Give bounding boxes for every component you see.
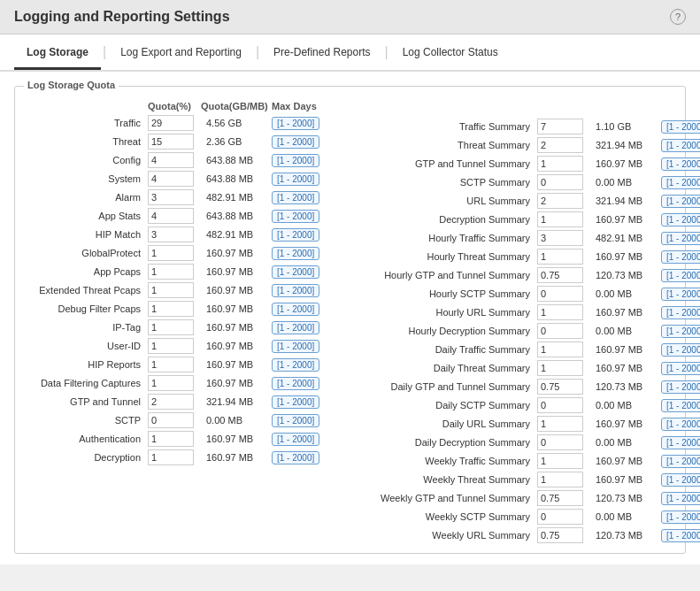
maxdays-button[interactable]: [1 - 2000] (661, 288, 700, 301)
maxdays-button[interactable]: [1 - 2000] (661, 510, 700, 524)
maxdays-button[interactable]: [1 - 2000] (661, 306, 700, 319)
help-icon[interactable]: ? (670, 9, 686, 25)
quota-input[interactable] (148, 394, 194, 410)
maxdays-button[interactable]: [1 - 2000] (661, 362, 700, 375)
maxdays-button[interactable]: [1 - 2000] (661, 455, 700, 468)
quota-input[interactable] (148, 189, 194, 205)
quota-input[interactable] (148, 412, 194, 428)
quota-input[interactable] (148, 301, 194, 317)
maxdays-button[interactable]: [1 - 2000] (272, 154, 319, 167)
quota-input[interactable] (537, 119, 583, 134)
maxdays-button[interactable]: [1 - 2000] (661, 195, 700, 208)
maxdays-button[interactable]: [1 - 2000] (272, 265, 319, 279)
quota-input[interactable] (537, 360, 583, 376)
quota-input[interactable] (537, 286, 583, 302)
quota-input[interactable] (537, 249, 583, 265)
quota-input[interactable] (148, 431, 194, 447)
quota-input[interactable] (537, 472, 583, 487)
quota-input[interactable] (537, 527, 583, 543)
maxdays-button[interactable]: [1 - 2000] (272, 247, 319, 260)
quota-input[interactable] (537, 230, 583, 246)
maxdays-button[interactable]: [1 - 2000] (272, 451, 319, 464)
row-label: GTP and Tunnel Summary (360, 158, 537, 169)
quota-input[interactable] (148, 171, 194, 187)
quota-input[interactable] (537, 397, 583, 413)
quota-input[interactable] (537, 193, 583, 209)
row-maxdays: [1 - 2000] (272, 117, 342, 130)
quota-input[interactable] (148, 449, 194, 465)
maxdays-button[interactable]: [1 - 2000] (272, 284, 319, 297)
maxdays-button[interactable]: [1 - 2000] (272, 303, 319, 316)
maxdays-button[interactable]: [1 - 2000] (661, 250, 700, 264)
quota-input[interactable] (537, 304, 583, 320)
quota-input[interactable] (148, 134, 194, 150)
quota-input[interactable] (148, 152, 194, 168)
maxdays-button[interactable]: [1 - 2000] (272, 135, 319, 149)
quota-input[interactable] (537, 156, 583, 172)
quota-input[interactable] (537, 174, 583, 190)
quota-input[interactable] (148, 319, 194, 335)
maxdays-button[interactable]: [1 - 2000] (661, 139, 700, 152)
quota-input[interactable] (148, 357, 194, 372)
table-row: User-ID 160.97 MB [1 - 2000] (24, 338, 342, 354)
maxdays-button[interactable]: [1 - 2000] (661, 157, 700, 171)
quota-input[interactable] (148, 115, 194, 131)
quota-input[interactable] (537, 137, 583, 153)
maxdays-button[interactable]: [1 - 2000] (272, 191, 319, 204)
maxdays-button[interactable]: [1 - 2000] (661, 473, 700, 487)
maxdays-button[interactable]: [1 - 2000] (661, 436, 700, 449)
row-size: 160.97 MB (590, 344, 661, 355)
maxdays-button[interactable]: [1 - 2000] (272, 117, 319, 130)
row-maxdays: [1 - 2000] (272, 303, 342, 316)
row-size: 0.00 MB (590, 288, 661, 299)
maxdays-button[interactable]: [1 - 2000] (272, 173, 319, 186)
maxdays-button[interactable]: [1 - 2000] (661, 418, 700, 431)
maxdays-button[interactable]: [1 - 2000] (661, 213, 700, 226)
tab-log-export[interactable]: Log Export and Reporting (108, 37, 254, 70)
quota-input[interactable] (148, 208, 194, 224)
tab-pre-defined[interactable]: Pre-Defined Reports (261, 37, 382, 70)
maxdays-button[interactable]: [1 - 2000] (661, 399, 700, 412)
maxdays-button[interactable]: [1 - 2000] (272, 321, 319, 334)
quota-input[interactable] (537, 211, 583, 227)
maxdays-button[interactable]: [1 - 2000] (272, 210, 319, 223)
maxdays-button[interactable]: [1 - 2000] (272, 433, 319, 446)
quota-input[interactable] (537, 509, 583, 525)
maxdays-button[interactable]: [1 - 2000] (661, 343, 700, 357)
maxdays-button[interactable]: [1 - 2000] (661, 232, 700, 245)
maxdays-button[interactable]: [1 - 2000] (661, 269, 700, 282)
quota-input[interactable] (148, 282, 194, 298)
tab-log-storage[interactable]: Log Storage (14, 37, 101, 70)
maxdays-button[interactable]: [1 - 2000] (272, 358, 319, 372)
quota-input[interactable] (537, 490, 583, 506)
row-maxdays: [1 - 2000] (272, 191, 342, 204)
quota-input[interactable] (148, 226, 194, 242)
maxdays-button[interactable]: [1 - 2000] (272, 228, 319, 242)
row-size: 120.73 MB (590, 493, 661, 503)
quota-input[interactable] (537, 342, 583, 357)
quota-input[interactable] (148, 338, 194, 354)
row-size: 160.97 MB (201, 434, 272, 444)
tab-log-collector[interactable]: Log Collector Status (390, 37, 511, 70)
quota-input[interactable] (537, 434, 583, 450)
table-row: Weekly GTP and Tunnel Summary 120.73 MB … (360, 490, 700, 506)
row-size: 4.56 GB (201, 118, 272, 128)
maxdays-button[interactable]: [1 - 2000] (661, 120, 700, 134)
quota-input[interactable] (537, 267, 583, 283)
quota-input[interactable] (537, 323, 583, 339)
quota-input[interactable] (148, 375, 194, 391)
maxdays-button[interactable]: [1 - 2000] (661, 492, 700, 505)
maxdays-button[interactable]: [1 - 2000] (661, 176, 700, 189)
maxdays-button[interactable]: [1 - 2000] (272, 340, 319, 353)
quota-input[interactable] (148, 245, 194, 261)
maxdays-button[interactable]: [1 - 2000] (272, 395, 319, 409)
maxdays-button[interactable]: [1 - 2000] (661, 325, 700, 338)
maxdays-button[interactable]: [1 - 2000] (661, 380, 700, 394)
quota-input[interactable] (537, 453, 583, 469)
maxdays-button[interactable]: [1 - 2000] (272, 414, 319, 427)
quota-input[interactable] (148, 264, 194, 280)
maxdays-button[interactable]: [1 - 2000] (661, 529, 700, 542)
maxdays-button[interactable]: [1 - 2000] (272, 377, 319, 390)
quota-input[interactable] (537, 416, 583, 432)
quota-input[interactable] (537, 379, 583, 395)
